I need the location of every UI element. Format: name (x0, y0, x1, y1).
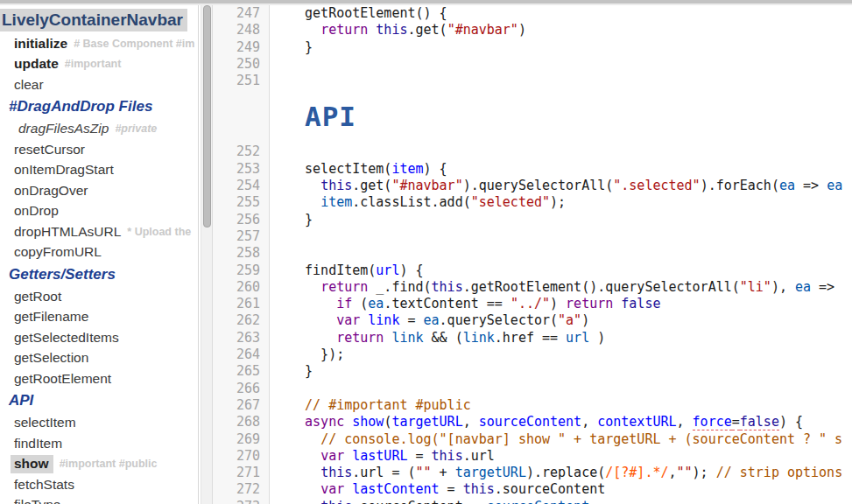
sidebar-item-initialize[interactable]: initialize# Base Component #im (0, 33, 198, 54)
code-line-252[interactable] (270, 144, 852, 160)
code-token: ea (795, 279, 811, 295)
code-line-268[interactable]: async show(targetURL, sourceContent, con… (270, 414, 852, 430)
code-token: this (320, 499, 352, 504)
code-token: var (320, 481, 344, 497)
code-token: ) (518, 22, 526, 38)
code-line-255[interactable]: item.classList.add("selected"); (270, 194, 852, 211)
code-line-264[interactable]: }); (270, 346, 852, 363)
code-line-270[interactable]: var lastURL = this.url (270, 448, 852, 465)
sidebar-item-selectitem[interactable]: selectItem (0, 413, 198, 434)
code-line-271[interactable]: this.url = ("" + targetURL).replace(/[?#… (270, 465, 852, 481)
code-line-248[interactable]: return this.get("#navbar") (270, 22, 852, 38)
class-title[interactable]: LivelyContainerNavbar (0, 9, 187, 32)
code-token: .classList.add( (352, 194, 470, 210)
code-token (368, 22, 376, 38)
line-number: 260 (213, 279, 270, 296)
sidebar-item-getselection[interactable]: getSelection (0, 348, 198, 369)
sidebar-item-api[interactable]: API (0, 389, 198, 413)
code-token: ).replace( (526, 465, 605, 480)
sidebar-item-getroot[interactable]: getRoot (0, 286, 198, 307)
item-tag: # Base Component #im (74, 38, 194, 50)
sidebar-item-ondrop[interactable]: onDrop (0, 201, 198, 222)
code-token: ).forEach( (701, 178, 779, 193)
code-token: var (336, 312, 360, 328)
code-line-256[interactable]: } (270, 212, 852, 228)
sidebar-item-clear[interactable]: clear (0, 74, 198, 95)
code-line-263[interactable]: return link && (link.href == url ) (270, 330, 852, 346)
sidebar-item-getrootelement[interactable]: getRootElement (0, 368, 198, 389)
code-line-260[interactable]: return _.find(this.getRootElement().quer… (270, 279, 852, 296)
code-line-254[interactable]: this.get("#navbar").querySelectorAll(".s… (270, 178, 852, 194)
code-token (289, 194, 320, 210)
code-line-257[interactable] (270, 228, 852, 245)
code-token: ) (581, 312, 589, 328)
code-token (289, 279, 320, 295)
code-token: + (432, 465, 455, 480)
code-line-272[interactable]: var lastContent = this.sourceContent (270, 481, 852, 498)
sidebar-item-getselecteditems[interactable]: getSelectedItems (0, 327, 198, 348)
code-line-266[interactable] (270, 381, 852, 397)
code-token (289, 414, 305, 430)
sidebar-scrollbar[interactable] (201, 5, 213, 504)
code-line-250[interactable] (270, 56, 852, 73)
heading-widget-row: API (213, 89, 852, 144)
sidebar-item-label: getRoot (14, 289, 61, 304)
code-line-259[interactable]: findItem(url) { (270, 262, 852, 279)
outline-item-list: initialize# Base Component #imupdate#imp… (0, 33, 198, 504)
code-line-261[interactable]: if (ea.textContent == "../") return fals… (270, 296, 852, 312)
code-token (289, 22, 320, 38)
sidebar-item-show[interactable]: show#important #public (0, 454, 198, 475)
code-line-273[interactable]: this.sourceContent = sourceContent (270, 499, 852, 504)
line-number: 266 (213, 381, 270, 397)
line-number: 249 (213, 39, 270, 56)
sidebar-item-dragfilesaszip[interactable]: dragFilesAsZip#private (0, 119, 198, 140)
code-token: contextURL (597, 414, 676, 430)
code-token (344, 414, 352, 430)
sidebar-item-getfilename[interactable]: getFilename (0, 307, 198, 328)
sidebar-item-update[interactable]: update#important (0, 54, 198, 75)
sidebar-item-fetchstats[interactable]: fetchStats (0, 474, 198, 495)
code-line-247[interactable]: getRootElement() { (270, 5, 852, 22)
sidebar-item-ondragover[interactable]: onDragOver (0, 180, 198, 201)
code-token: .getRootElement().querySelectorAll( (463, 279, 740, 295)
code-token: "" (677, 465, 693, 480)
code-token: sourceContent (487, 499, 589, 504)
sidebar-item-copyfromurl[interactable]: copyFromURL (0, 242, 198, 263)
code-line-253[interactable]: selectItem(item) { (270, 161, 852, 178)
sidebar-item-label: dragFilesAsZip (18, 121, 109, 136)
line-number: 268 (213, 414, 270, 430)
line-number: 264 (213, 346, 270, 363)
sidebar-item-drophtmlasurl[interactable]: dropHTMLAsURL* Upload the (0, 221, 198, 242)
code-token: ea (368, 296, 384, 312)
code-row: 247 getRootElement() { (213, 5, 852, 22)
sidebar-item-resetcursor[interactable]: resetCursor (0, 139, 198, 160)
code-token: , (463, 414, 479, 430)
code-token: , (581, 414, 597, 430)
code-line-262[interactable]: var link = ea.querySelector("a") (270, 312, 852, 329)
code-row: 262 var link = ea.querySelector("a") (213, 312, 852, 329)
sidebar-item-getters-setters[interactable]: Getters/Setters (0, 262, 198, 286)
code-line-251[interactable] (270, 73, 852, 89)
sidebar-scrollbar-thumb[interactable] (203, 5, 211, 228)
sidebar-item-finditem[interactable]: findItem (0, 433, 198, 454)
sidebar-item-filetype[interactable]: fileType (0, 495, 198, 504)
code-row: 273 this.sourceContent = sourceContent (213, 499, 852, 504)
code-line-269[interactable]: // console.log("[navbar] show " + target… (270, 431, 852, 448)
rendered-api-heading: API (305, 101, 356, 132)
sidebar-item-label: getFilename (14, 309, 88, 325)
code-token: // #important #public (305, 397, 471, 413)
code-token (289, 465, 320, 480)
sidebar-item-onitemdragstart[interactable]: onItemDragStart (0, 160, 198, 181)
code-line-267[interactable]: // #important #public (270, 397, 852, 414)
code-line-249[interactable]: } (270, 39, 852, 56)
code-line-265[interactable]: } (270, 363, 852, 380)
sidebar-item-draganddrop-files[interactable]: #DragAndDrop Files (0, 95, 198, 119)
code-editor[interactable]: 247 getRootElement() {248 return this.ge… (213, 5, 852, 504)
code-token: ) (550, 296, 566, 312)
code-token: async (305, 414, 344, 430)
line-number: 253 (213, 161, 270, 178)
sidebar-item-label: dropHTMLAsURL (14, 224, 121, 240)
code-token: ); (550, 194, 566, 210)
code-token: force (693, 414, 732, 430)
code-line-258[interactable] (270, 245, 852, 262)
